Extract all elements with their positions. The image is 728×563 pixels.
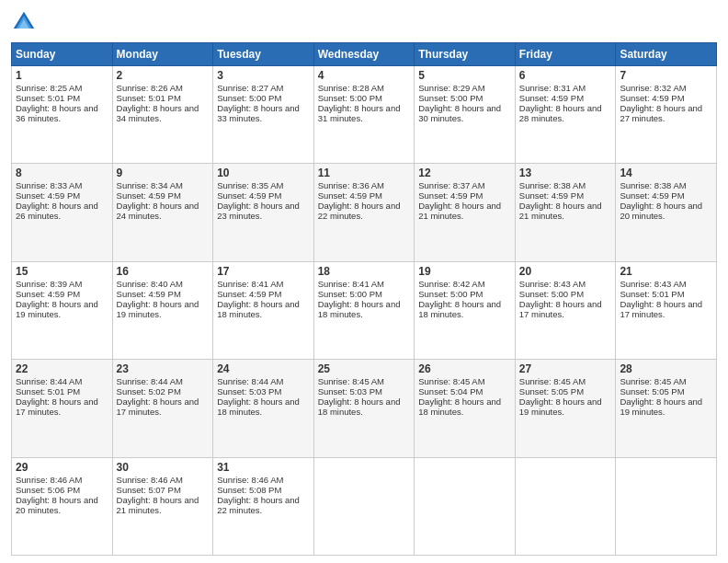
calendar-day-cell <box>313 457 415 555</box>
sunset: Sunset: 5:00 PM <box>217 93 281 103</box>
calendar-day-cell <box>515 457 616 555</box>
calendar-day-cell: 15Sunrise: 8:39 AMSunset: 4:59 PMDayligh… <box>12 261 113 359</box>
day-number: 6 <box>519 69 612 82</box>
sunrise: Sunrise: 8:46 AM <box>217 475 283 485</box>
day-number: 11 <box>318 167 411 179</box>
sunset: Sunset: 5:00 PM <box>418 93 483 103</box>
calendar-day-cell: 28Sunrise: 8:45 AMSunset: 5:05 PMDayligh… <box>616 360 717 457</box>
daylight: Daylight: 8 hours and 21 minutes. <box>418 201 501 221</box>
sunset: Sunset: 5:00 PM <box>318 289 382 299</box>
calendar-header-row: SundayMondayTuesdayWednesdayThursdayFrid… <box>12 43 717 66</box>
sunset: Sunset: 5:00 PM <box>318 93 382 103</box>
daylight: Daylight: 8 hours and 24 minutes. <box>117 201 199 221</box>
sunrise: Sunrise: 8:41 AM <box>318 279 384 289</box>
calendar-day-cell: 23Sunrise: 8:44 AMSunset: 5:02 PMDayligh… <box>112 360 213 457</box>
calendar-day-cell: 25Sunrise: 8:45 AMSunset: 5:03 PMDayligh… <box>313 360 415 457</box>
sunset: Sunset: 5:01 PM <box>117 93 181 103</box>
sunset: Sunset: 4:59 PM <box>217 289 281 299</box>
calendar-table: SundayMondayTuesdayWednesdayThursdayFrid… <box>11 42 717 556</box>
calendar-day-cell: 12Sunrise: 8:37 AMSunset: 4:59 PMDayligh… <box>415 164 516 261</box>
sunrise: Sunrise: 8:32 AM <box>620 83 686 93</box>
day-number: 19 <box>418 265 511 278</box>
calendar-day-header: Thursday <box>415 43 516 66</box>
calendar-day-cell: 11Sunrise: 8:36 AMSunset: 4:59 PMDayligh… <box>313 164 415 261</box>
calendar-day-cell: 24Sunrise: 8:44 AMSunset: 5:03 PMDayligh… <box>213 360 314 457</box>
calendar-day-header: Sunday <box>12 43 113 66</box>
day-number: 25 <box>318 362 411 375</box>
sunset: Sunset: 5:03 PM <box>217 386 281 396</box>
calendar-day-header: Monday <box>112 43 213 66</box>
sunrise: Sunrise: 8:36 AM <box>318 180 384 190</box>
day-number: 3 <box>217 69 310 82</box>
sunset: Sunset: 5:05 PM <box>620 386 684 396</box>
sunset: Sunset: 5:00 PM <box>418 289 483 299</box>
calendar-day-cell: 18Sunrise: 8:41 AMSunset: 5:00 PMDayligh… <box>313 261 415 359</box>
day-number: 5 <box>418 69 511 82</box>
day-number: 2 <box>117 69 210 82</box>
page-container: SundayMondayTuesdayWednesdayThursdayFrid… <box>0 0 728 563</box>
calendar-day-cell: 16Sunrise: 8:40 AMSunset: 4:59 PMDayligh… <box>112 261 213 359</box>
logo-icon <box>11 9 37 35</box>
day-number: 29 <box>16 461 108 474</box>
day-number: 30 <box>117 461 210 474</box>
page-header <box>11 9 717 35</box>
daylight: Daylight: 8 hours and 17 minutes. <box>117 396 199 417</box>
sunrise: Sunrise: 8:45 AM <box>620 376 686 386</box>
day-number: 26 <box>418 362 511 375</box>
sunrise: Sunrise: 8:35 AM <box>217 180 283 190</box>
daylight: Daylight: 8 hours and 21 minutes. <box>117 495 199 515</box>
sunset: Sunset: 4:59 PM <box>519 190 584 201</box>
sunset: Sunset: 5:07 PM <box>117 485 181 495</box>
day-number: 18 <box>318 265 411 278</box>
calendar-day-cell: 1Sunrise: 8:25 AMSunset: 5:01 PMDaylight… <box>12 66 113 164</box>
daylight: Daylight: 8 hours and 19 minutes. <box>620 396 702 417</box>
logo <box>11 9 40 35</box>
calendar-week-row: 22Sunrise: 8:44 AMSunset: 5:01 PMDayligh… <box>12 360 717 457</box>
day-number: 1 <box>16 69 108 82</box>
daylight: Daylight: 8 hours and 20 minutes. <box>620 201 702 221</box>
sunset: Sunset: 5:04 PM <box>418 386 483 396</box>
calendar-day-cell: 4Sunrise: 8:28 AMSunset: 5:00 PMDaylight… <box>313 66 415 164</box>
sunset: Sunset: 4:59 PM <box>217 190 281 201</box>
calendar-day-header: Wednesday <box>313 43 415 66</box>
sunrise: Sunrise: 8:44 AM <box>16 376 82 386</box>
sunrise: Sunrise: 8:37 AM <box>418 180 484 190</box>
daylight: Daylight: 8 hours and 18 minutes. <box>318 299 401 319</box>
sunrise: Sunrise: 8:28 AM <box>318 83 384 93</box>
sunset: Sunset: 5:00 PM <box>519 289 584 299</box>
calendar-day-cell: 7Sunrise: 8:32 AMSunset: 4:59 PMDaylight… <box>616 66 717 164</box>
sunrise: Sunrise: 8:46 AM <box>117 475 183 485</box>
sunrise: Sunrise: 8:43 AM <box>620 279 686 289</box>
sunset: Sunset: 4:59 PM <box>16 190 80 201</box>
daylight: Daylight: 8 hours and 18 minutes. <box>318 396 401 417</box>
sunrise: Sunrise: 8:26 AM <box>117 83 183 93</box>
calendar-day-header: Saturday <box>616 43 717 66</box>
daylight: Daylight: 8 hours and 23 minutes. <box>217 201 300 221</box>
day-number: 7 <box>620 69 712 82</box>
sunrise: Sunrise: 8:46 AM <box>16 475 82 485</box>
daylight: Daylight: 8 hours and 17 minutes. <box>16 396 98 417</box>
day-number: 8 <box>16 167 108 179</box>
calendar-day-cell: 21Sunrise: 8:43 AMSunset: 5:01 PMDayligh… <box>616 261 717 359</box>
sunset: Sunset: 5:01 PM <box>16 386 80 396</box>
sunset: Sunset: 4:59 PM <box>117 289 181 299</box>
day-number: 22 <box>16 362 108 375</box>
calendar-day-cell: 8Sunrise: 8:33 AMSunset: 4:59 PMDaylight… <box>12 164 113 261</box>
calendar-day-header: Tuesday <box>213 43 314 66</box>
calendar-day-cell: 30Sunrise: 8:46 AMSunset: 5:07 PMDayligh… <box>112 457 213 555</box>
calendar-week-row: 1Sunrise: 8:25 AMSunset: 5:01 PMDaylight… <box>12 66 717 164</box>
sunrise: Sunrise: 8:41 AM <box>217 279 283 289</box>
sunrise: Sunrise: 8:45 AM <box>318 376 384 386</box>
day-number: 14 <box>620 167 712 179</box>
calendar-day-cell: 13Sunrise: 8:38 AMSunset: 4:59 PMDayligh… <box>515 164 616 261</box>
calendar-day-cell: 6Sunrise: 8:31 AMSunset: 4:59 PMDaylight… <box>515 66 616 164</box>
sunset: Sunset: 5:01 PM <box>620 289 684 299</box>
calendar-day-cell: 20Sunrise: 8:43 AMSunset: 5:00 PMDayligh… <box>515 261 616 359</box>
calendar-week-row: 15Sunrise: 8:39 AMSunset: 4:59 PMDayligh… <box>12 261 717 359</box>
sunrise: Sunrise: 8:33 AM <box>16 180 82 190</box>
sunrise: Sunrise: 8:42 AM <box>418 279 484 289</box>
calendar-day-cell: 2Sunrise: 8:26 AMSunset: 5:01 PMDaylight… <box>112 66 213 164</box>
sunrise: Sunrise: 8:44 AM <box>217 376 283 386</box>
sunrise: Sunrise: 8:27 AM <box>217 83 283 93</box>
sunrise: Sunrise: 8:38 AM <box>620 180 686 190</box>
